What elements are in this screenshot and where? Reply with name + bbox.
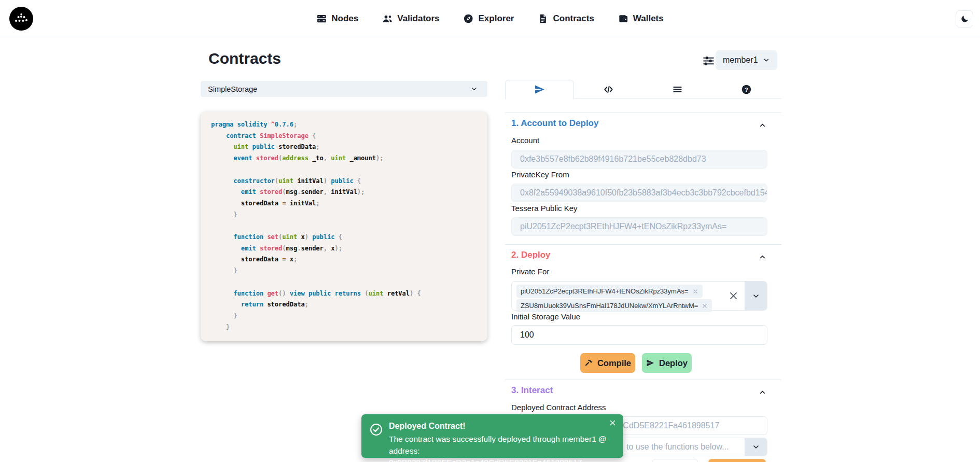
code-line: }: [211, 322, 477, 333]
close-icon[interactable]: [609, 419, 617, 427]
code-line: function get() view public returns (uint…: [211, 288, 477, 300]
account-selector-label: member1: [723, 55, 758, 65]
code-line: }: [211, 311, 477, 322]
paper-plane-icon: [646, 359, 654, 367]
tab-code[interactable]: [574, 80, 643, 99]
private-for-label: Private For: [511, 267, 549, 276]
privatekey-from-label: PrivateKey From: [511, 170, 569, 179]
section-title[interactable]: 2. Deploy: [511, 250, 551, 260]
dark-mode-toggle[interactable]: [956, 10, 973, 27]
nav-item-explorer[interactable]: Explorer: [464, 13, 514, 24]
code-line: uint public storedData;: [211, 142, 477, 153]
code-line: pragma solidity ^0.7.6;: [211, 119, 477, 131]
initial-storage-label: Initial Storage Value: [511, 312, 580, 321]
private-for-tag: ZSU8mUuok39VuSnsFmHal178JdUNekw/XmYLArRn…: [516, 299, 712, 312]
clear-all-icon[interactable]: [728, 290, 739, 301]
nav-item-label: Contracts: [553, 13, 594, 24]
app-logo[interactable]: [9, 7, 33, 31]
section-title[interactable]: 3. Interact: [511, 385, 553, 396]
code-line: storedData = initVal;: [211, 198, 477, 209]
chevron-down-icon: [763, 57, 770, 64]
nav-item-label: Explorer: [479, 13, 514, 24]
code-line: [211, 277, 477, 288]
private-for-multiselect[interactable]: piU2051ZcP2ecpt3REthHJFW4+tENOsZikRpz33y…: [511, 281, 767, 311]
top-nav-bar: NodesValidatorsExplorerContractsWallets: [0, 0, 980, 37]
chevron-down-icon: [470, 85, 478, 93]
code-line: function set(uint x) public {: [211, 232, 477, 243]
privatekey-from-input[interactable]: 0x8f2a55949038a9610f50fb23b5883af3b4ecb3…: [511, 184, 767, 202]
code-line: contract SimpleStorage {: [211, 131, 477, 142]
users-icon: [382, 13, 393, 24]
server-icon: [316, 13, 327, 24]
nav-item-nodes[interactable]: Nodes: [316, 13, 358, 24]
page-title: Contracts: [208, 50, 281, 67]
contract-select-value: SimpleStorage: [208, 85, 257, 93]
code-icon: [603, 84, 614, 95]
code-line: return storedData;: [211, 299, 477, 311]
tab-question-circle[interactable]: ?: [712, 80, 781, 99]
chevron-down-icon: [752, 443, 760, 451]
code-line: }: [211, 209, 477, 221]
deploy-panel-tabs: ?: [505, 80, 781, 99]
interact-primary-button[interactable]: [708, 459, 766, 462]
account-label: Account: [511, 136, 539, 145]
hammer-icon: [584, 359, 593, 367]
toast-title: Deployed Contract!: [389, 422, 466, 431]
code-line: emit stored(msg.sender, initVal);: [211, 187, 477, 198]
function-select-dropdown-toggle[interactable]: [745, 438, 767, 456]
paper-plane-icon: [534, 84, 545, 95]
code-line: emit stored(msg.sender, x);: [211, 243, 477, 255]
file-contract-icon: [538, 13, 548, 24]
check-circle-icon: [370, 423, 383, 436]
account-input[interactable]: 0xfe3b557e8fb62b89f4916b721be55ceb828dbd…: [511, 150, 767, 169]
private-for-tag-label: piU2051ZcP2ecpt3REthHJFW4+tENOsZikRpz33y…: [521, 287, 689, 295]
question-circle-icon: ?: [741, 84, 752, 95]
toast-message: The contract was successfully deployed t…: [389, 433, 610, 462]
section-title[interactable]: 1. Account to Deploy: [511, 118, 598, 129]
tessera-public-key-input[interactable]: piU2051ZcP2ecpt3REthHJFW4+tENOsZikRpz33y…: [511, 217, 767, 236]
chevron-up-icon[interactable]: [759, 388, 766, 396]
nav-item-label: Validators: [397, 13, 439, 24]
section-account-to-deploy: 1. Account to Deploy Account 0xfe3b557e8…: [505, 113, 781, 244]
sliders-icon[interactable]: [702, 54, 715, 67]
contract-select[interactable]: SimpleStorage: [201, 81, 487, 97]
compile-button[interactable]: Compile: [580, 353, 635, 373]
section-deploy: 2. Deploy Private For piU2051ZcP2ecpt3RE…: [505, 244, 781, 380]
code-line: }: [211, 265, 477, 277]
wallet-icon: [618, 13, 628, 24]
remove-tag-icon[interactable]: [692, 288, 698, 295]
interact-secondary-button[interactable]: [652, 459, 698, 462]
private-for-tag: piU2051ZcP2ecpt3REthHJFW4+tENOsZikRpz33y…: [516, 285, 703, 298]
contract-source-code: pragma solidity ^0.7.6; contract SimpleS…: [201, 111, 487, 341]
account-selector-dropdown[interactable]: member1: [716, 50, 777, 70]
nav-item-label: Nodes: [331, 13, 358, 24]
code-line: storedData = x;: [211, 254, 477, 265]
code-line: constructor(uint initVal) public {: [211, 176, 477, 187]
nav-item-label: Wallets: [633, 13, 664, 24]
nav-item-wallets[interactable]: Wallets: [618, 13, 664, 24]
chevron-up-icon[interactable]: [759, 121, 766, 129]
private-for-tag-label: ZSU8mUuok39VuSnsFmHal178JdUNekw/XmYLArRn…: [521, 302, 698, 310]
svg-text:?: ?: [745, 87, 748, 93]
nav-item-contracts[interactable]: Contracts: [538, 13, 594, 24]
list-icon: [672, 84, 683, 95]
compile-button-label: Compile: [597, 358, 631, 368]
tessera-public-key-label: Tessera Public Key: [511, 204, 578, 213]
multiselect-dropdown-toggle[interactable]: [745, 282, 767, 310]
chevron-up-icon[interactable]: [759, 253, 766, 261]
deploy-button-label: Deploy: [659, 358, 688, 368]
tab-paper-plane[interactable]: [505, 80, 574, 99]
code-line: event stored(address _to, uint _amount);: [211, 153, 477, 164]
nav-item-validators[interactable]: Validators: [382, 13, 439, 24]
tab-list[interactable]: [643, 80, 712, 99]
main-nav: NodesValidatorsExplorerContractsWallets: [316, 0, 663, 37]
deploy-success-toast: Deployed Contract! The contract was succ…: [361, 414, 623, 458]
remove-tag-icon[interactable]: [702, 303, 708, 309]
chevron-down-icon: [752, 292, 760, 300]
moon-icon: [960, 15, 969, 23]
initial-storage-input[interactable]: 100: [511, 325, 767, 345]
code-line: [211, 220, 477, 232]
deploy-button[interactable]: Deploy: [642, 353, 692, 373]
deployed-address-label: Deployed Contract Address: [511, 403, 606, 412]
code-line: [211, 164, 477, 176]
